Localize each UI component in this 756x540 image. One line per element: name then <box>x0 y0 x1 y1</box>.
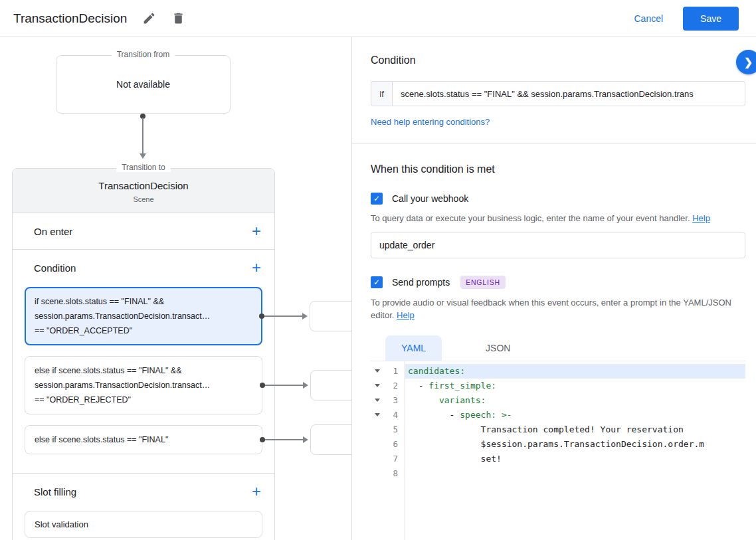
chevron-right-icon: ❯ <box>744 56 753 68</box>
slot-filling-title: Slot filling <box>34 486 76 497</box>
connector-dot[interactable] <box>260 437 265 442</box>
line-number: 8 <box>393 468 405 478</box>
transition-target-box[interactable] <box>310 301 352 331</box>
code-line[interactable]: $session.params.TransactionDecision.orde… <box>405 437 745 452</box>
edit-icon[interactable] <box>142 11 156 26</box>
header: TransactionDecision Cancel Save <box>0 0 756 37</box>
add-condition-button[interactable]: + <box>248 259 265 276</box>
section-on-enter: On enter + <box>13 213 274 249</box>
gutter-row: 2 <box>371 379 405 393</box>
gutter-row: 3 <box>371 393 405 408</box>
connector-dot[interactable] <box>259 314 264 319</box>
on-enter-title: On enter <box>34 226 72 237</box>
code-token: speech: >- <box>460 410 512 420</box>
prompts-description-text: To provide audio or visual feedback when… <box>371 298 731 320</box>
prompts-checkbox[interactable]: ✓ <box>371 276 383 288</box>
code-line[interactable] <box>405 466 745 481</box>
condition-item[interactable]: else if scene.slots.status == "FINAL" <box>25 425 262 454</box>
line-number: 5 <box>393 424 405 434</box>
on-enter-header: On enter + <box>13 213 274 249</box>
transition-from-value: Not available <box>116 79 170 90</box>
connector-dot[interactable] <box>260 383 265 388</box>
yaml-editor[interactable]: 1 2 3 4 5 6 7 8 candidates: - first_simp… <box>371 361 745 540</box>
code-token: first_simple: <box>428 381 496 391</box>
code-token: Transaction completed! Your reservation <box>408 424 684 434</box>
transition-from-box[interactable]: Transition from Not available <box>56 55 231 114</box>
webhook-check-row: ✓ Call your webhook <box>371 193 737 205</box>
tab-yaml[interactable]: YAML <box>385 335 442 361</box>
code-line[interactable]: set! <box>405 452 745 466</box>
panel-title: Condition <box>371 54 737 66</box>
line-number: 4 <box>393 410 405 420</box>
transition-target-box[interactable] <box>310 370 352 401</box>
condition-expression-input[interactable] <box>392 81 745 106</box>
fold-arrow-icon[interactable] <box>375 399 380 402</box>
if-chip: if <box>371 81 392 106</box>
condition-item[interactable]: if scene.slots.status == "FINAL" && sess… <box>25 287 262 345</box>
condition-item-text: if scene.slots.status == "FINAL" && sess… <box>35 294 252 338</box>
section-slot-filling: Slot filling + Slot validation <box>13 473 274 538</box>
code-line[interactable]: Transaction completed! Your reservation <box>405 422 745 437</box>
tab-json[interactable]: JSON <box>470 335 526 361</box>
code-token: - <box>408 381 428 391</box>
condition-panel: Condition ❯ if Need help entering condit… <box>352 37 756 540</box>
line-number: 3 <box>393 395 405 405</box>
condition-item-text: else if scene.slots.status == "FINAL" <box>35 432 252 447</box>
scene-card-header[interactable]: TransactionDecision Scene <box>13 169 274 213</box>
connector-line <box>264 315 305 317</box>
check-icon: ✓ <box>373 278 380 287</box>
app-window: TransactionDecision Cancel Save Transiti… <box>0 0 756 540</box>
line-number: 1 <box>393 366 405 376</box>
gutter-row: 7 <box>371 452 405 466</box>
flow-canvas[interactable]: Transition from Not available Transition… <box>0 37 352 540</box>
code-token: candidates: <box>408 366 465 376</box>
arrow-right-icon <box>302 313 308 319</box>
prompts-help-link[interactable]: Help <box>397 310 415 320</box>
slot-validation-item[interactable]: Slot validation <box>25 511 262 538</box>
gutter-row: 4 <box>371 408 405 422</box>
fold-arrow-icon[interactable] <box>375 384 380 387</box>
scene-card[interactable]: Transition to TransactionDecision Scene … <box>12 168 275 540</box>
webhook-name-input[interactable] <box>371 232 745 258</box>
connector-line <box>264 439 306 440</box>
editor-code-area[interactable]: candidates: - first_simple: variants: - … <box>405 361 745 540</box>
condition-header: Condition + <box>13 250 274 286</box>
save-button[interactable]: Save <box>683 7 739 31</box>
add-on-enter-button[interactable]: + <box>248 223 265 240</box>
code-line[interactable]: variants: <box>405 393 745 408</box>
main-content: Transition from Not available Transition… <box>0 37 756 540</box>
webhook-help-link[interactable]: Help <box>692 213 710 223</box>
code-token: $session.params.TransactionDecision.orde… <box>408 439 704 449</box>
transition-to-label: Transition to <box>116 163 171 172</box>
line-number: 2 <box>393 381 405 391</box>
connector-line <box>142 118 143 154</box>
prompts-label: Send prompts <box>392 277 450 288</box>
slot-validation-text: Slot validation <box>35 519 88 529</box>
scene-title: TransactionDecision <box>23 180 264 191</box>
arrow-down-icon <box>140 153 146 159</box>
code-line[interactable]: - first_simple: <box>405 379 745 393</box>
cancel-button[interactable]: Cancel <box>634 13 663 24</box>
condition-item-text: else if scene.slots.status == "FINAL" &&… <box>35 363 252 407</box>
condition-help-link[interactable]: Need help entering conditions? <box>371 117 737 127</box>
language-badge: ENGLISH <box>460 276 506 289</box>
webhook-checkbox[interactable]: ✓ <box>371 193 383 205</box>
line-number: 7 <box>393 454 405 464</box>
when-met-title: When this condition is met <box>371 163 737 175</box>
divider <box>352 143 756 143</box>
transition-target-box[interactable] <box>310 424 352 455</box>
condition-item[interactable]: else if scene.slots.status == "FINAL" &&… <box>25 356 262 414</box>
code-line[interactable]: candidates: <box>405 364 745 379</box>
gutter-row: 6 <box>371 437 405 452</box>
fold-arrow-icon[interactable] <box>375 413 380 416</box>
condition-title: Condition <box>34 262 76 274</box>
section-condition: Condition + if scene.slots.status == "FI… <box>13 249 274 473</box>
gutter-row: 1 <box>371 364 405 379</box>
fold-arrow-icon[interactable] <box>375 369 380 373</box>
gutter-row: 5 <box>371 422 405 437</box>
collapse-panel-button[interactable]: ❯ <box>736 50 756 74</box>
code-line[interactable]: - speech: >- <box>405 408 745 422</box>
add-slot-button[interactable]: + <box>248 483 265 500</box>
delete-icon[interactable] <box>171 11 185 26</box>
code-token: - <box>408 410 460 420</box>
